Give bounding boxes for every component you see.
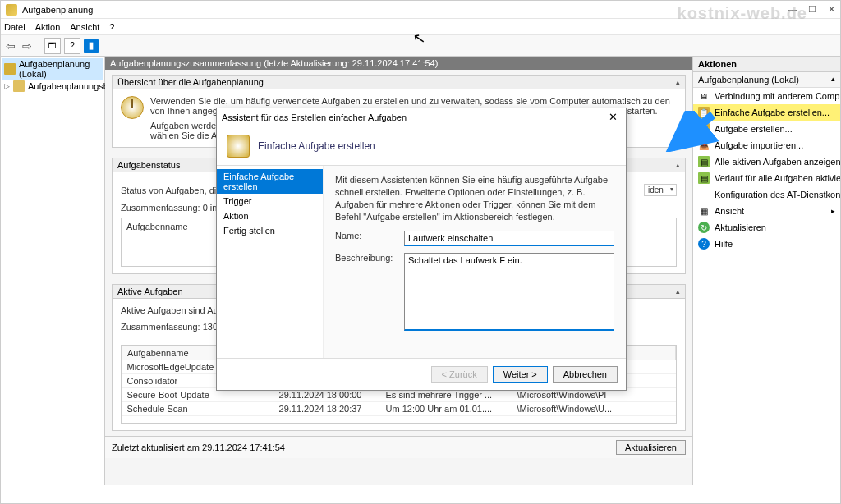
toolbar-help-icon[interactable]: ▮ [84,39,99,53]
toolbar-btn-2[interactable]: ? [64,38,80,54]
tree-library[interactable]: ▷ Aufgabenplanungsbibliot [2,80,103,93]
name-label: Name: [335,231,396,241]
close-button[interactable]: ✕ [828,4,835,15]
action-create-basic-task[interactable]: 📋Einfache Aufgabe erstellen... [693,104,840,121]
collapse-icon[interactable]: ▴ [676,78,680,86]
wizard-intro-text: Mit diesem Assistenten können Sie eine h… [335,174,614,222]
wizard-content: Mit diesem Assistenten können Sie eine h… [324,166,626,358]
action-connect[interactable]: 🖥Verbindung mit anderem Computer h... [693,88,840,104]
footer-text: Zuletzt aktualisiert am 29.11.2024 17:41… [112,442,285,452]
footer: Zuletzt aktualisiert am 29.11.2024 17:41… [105,436,692,458]
cancel-button[interactable]: Abbrechen [553,366,618,383]
history-icon: ▤ [698,172,710,184]
import-icon: 📥 [698,140,710,151]
tree-root-label: Aufgabenplanung (Lokal) [19,59,101,79]
next-button[interactable]: Weiter > [493,366,548,383]
action-view[interactable]: ▦Ansicht▸ [693,203,840,219]
description-input[interactable] [404,253,614,331]
status-title: Aufgabenstatus [117,160,180,170]
actions-subtitle: Aufgabenplanung (Lokal)▴ [693,72,840,88]
sidebar-tree: Aufgabenplanung (Lokal) ▷ Aufgabenplanun… [1,57,105,485]
action-help[interactable]: ?Hilfe [693,236,840,252]
nav-step-3[interactable]: Aktion [217,208,323,223]
expand-icon[interactable]: ▷ [4,82,10,90]
toolbar: ⇦ ⇨ 🗔 ? ▮ [1,35,840,57]
action-refresh[interactable]: ↻Aktualisieren [693,219,840,236]
app-icon [6,4,17,16]
blank-icon [698,189,710,200]
nav-step-1[interactable]: Einfache Aufgabe erstellen [217,169,323,194]
status-dropdown[interactable]: iden [644,184,677,196]
maximize-button[interactable]: ☐ [808,4,816,15]
refresh-icon: ↻ [698,222,710,233]
menu-file[interactable]: Datei [4,22,25,32]
forward-button[interactable]: ⇨ [21,39,34,53]
description-label: Beschreibung: [335,253,396,263]
actions-pane: Aktionen Aufgabenplanung (Lokal)▴ 🖥Verbi… [692,57,840,485]
menu-help[interactable]: ? [109,22,114,32]
nav-step-4[interactable]: Fertig stellen [217,223,323,238]
collapse-icon[interactable]: ▴ [676,287,680,296]
action-enable-history[interactable]: ▤Verlauf für alle Aufgaben aktivieren [693,170,840,186]
center-header: Aufgabenplanungszusammenfassung (letzte … [105,57,692,70]
status-colname: Aufgabenname [126,222,188,231]
tree-root[interactable]: Aufgabenplanung (Lokal) [2,58,103,80]
action-at-config[interactable]: Konfiguration des AT-Dienstkontos [693,186,840,203]
menu-action[interactable]: Aktion [35,22,61,32]
dialog-close-button[interactable]: ✕ [605,111,621,123]
folder-icon [13,80,25,92]
action-show-tasks[interactable]: ▤Alle aktiven Aufgaben anzeigen [693,153,840,170]
refresh-button[interactable]: Aktualisieren [616,440,686,455]
action-import-task[interactable]: 📥Aufgabe importieren... [693,137,840,153]
view-icon: ▦ [698,205,710,217]
overview-title: Übersicht über die Aufgabenplanung [117,77,264,87]
minimize-button[interactable]: — [788,4,797,15]
help-icon: ? [698,238,710,250]
clock-large-icon [121,96,144,119]
wizard-nav: Einfache Aufgabe erstellen Trigger Aktio… [217,166,324,358]
name-input[interactable] [404,231,614,246]
nav-step-2[interactable]: Trigger [217,194,323,208]
titlebar: Aufgabenplanung — ☐ ✕ [1,1,840,19]
dialog-heading: Einfache Aufgabe erstellen [258,140,375,152]
table-row[interactable]: Schedule Scan29.11.2024 18:20:37Um 12:00… [122,402,676,416]
collapse-icon[interactable]: ▴ [676,161,680,169]
window-title: Aufgabenplanung [22,5,93,15]
toolbar-btn-1[interactable]: 🗔 [44,38,61,54]
actions-title: Aktionen [693,57,840,72]
list-icon: ▤ [698,156,710,167]
task-icon: 📋 [698,123,710,135]
menu-view[interactable]: Ansicht [70,22,99,32]
back-button[interactable]: ⇦ [4,39,17,53]
active-title: Aktive Aufgaben [117,286,183,296]
wizard-icon [227,135,250,158]
computer-icon: 🖥 [698,90,710,102]
wizard-dialog: Assistent für das Erstellen einfacher Au… [216,108,627,391]
back-button: < Zurück [431,366,488,383]
menubar: Datei Aktion Ansicht ? [1,19,840,35]
task-icon: 📋 [698,107,710,118]
dialog-title: Assistent für das Erstellen einfacher Au… [222,112,407,122]
clock-icon [4,63,16,75]
action-create-task[interactable]: 📋Aufgabe erstellen... [693,121,840,137]
